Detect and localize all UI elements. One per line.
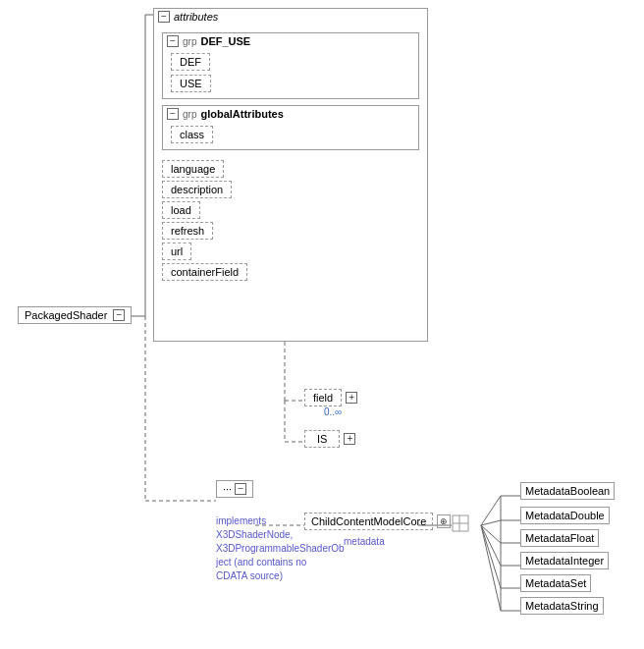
child-content-model-core-label: ChildContentModelCore — [311, 515, 426, 527]
metadata-set-node: MetadataSet + — [520, 577, 532, 589]
is-expand[interactable]: + — [344, 433, 355, 445]
svg-line-15 — [481, 525, 501, 543]
use-label: USE — [180, 78, 202, 89]
metadata-set-label: MetadataSet — [525, 577, 586, 589]
language-label: language — [171, 163, 215, 175]
class-label: class — [180, 129, 204, 140]
global-attributes-group: − grp globalAttributes class — [162, 105, 419, 150]
metadata-integer-label: MetadataInteger — [525, 555, 604, 567]
svg-line-19 — [481, 525, 501, 588]
defuse-header: − grp DEF_USE — [163, 33, 418, 49]
refresh-label: refresh — [171, 225, 204, 237]
language-node: language — [162, 160, 224, 178]
field-cardinality: 0..∞ — [324, 406, 342, 417]
refresh-node: refresh — [162, 222, 213, 240]
attributes-collapse[interactable]: − — [158, 11, 170, 23]
use-node: USE — [171, 75, 211, 92]
field-node: field + — [304, 389, 357, 406]
defuse-group: − grp DEF_USE DEF USE — [162, 32, 419, 99]
metadata-string-node: MetadataString + — [520, 600, 532, 612]
join-symbol — [452, 514, 469, 532]
defuse-collapse[interactable]: − — [167, 35, 179, 47]
globalattr-name: globalAttributes — [200, 108, 283, 120]
globalattr-collapse[interactable]: − — [167, 108, 179, 120]
defuse-grp-label: grp — [183, 36, 196, 47]
load-node: load — [162, 201, 200, 219]
defuse-name: DEF_USE — [200, 35, 250, 47]
description-node: description — [162, 181, 232, 198]
metadata-boolean-node: MetadataBoolean + — [520, 485, 532, 497]
packaged-shader-label: PackagedShader — [25, 309, 107, 321]
load-label: load — [171, 204, 191, 216]
field-expand[interactable]: + — [346, 392, 357, 404]
ellipsis-collapse[interactable]: − — [235, 483, 246, 495]
metadata-float-label: MetadataFloat — [525, 532, 594, 544]
packaged-shader-node: PackagedShader − — [18, 306, 132, 324]
svg-line-17 — [481, 525, 501, 566]
is-node: IS + — [304, 430, 355, 448]
def-label: DEF — [180, 56, 201, 68]
globalattr-grp-label: grp — [183, 109, 196, 120]
url-label: url — [171, 245, 183, 257]
metadata-boolean-label: MetadataBoolean — [525, 485, 610, 497]
attributes-container: − attributes − grp DEF_USE DEF USE — [153, 8, 428, 342]
svg-line-21 — [481, 525, 501, 611]
attributes-header: − attributes — [154, 9, 427, 25]
is-label: IS — [317, 433, 327, 445]
ccmc-join-icon: ⊕ — [437, 514, 451, 528]
svg-line-13 — [481, 520, 501, 525]
ellipsis-label: ··· — [223, 483, 232, 495]
containerfield-label: containerField — [171, 266, 239, 278]
svg-line-11 — [481, 496, 501, 525]
class-node: class — [171, 126, 213, 143]
url-node: url — [162, 243, 191, 260]
packaged-shader-collapse[interactable]: − — [113, 309, 125, 321]
containerfield-node: containerField — [162, 263, 247, 281]
def-node: DEF — [171, 53, 210, 71]
metadata-integer-node: MetadataInteger + — [520, 555, 532, 567]
child-content-model-core-node: ChildContentModelCore ⊕ — [304, 513, 451, 530]
metadata-label: metadata — [344, 535, 385, 547]
metadata-double-node: MetadataDouble + — [520, 510, 532, 521]
attributes-title: attributes — [174, 11, 218, 23]
ellipsis-box: ··· − — [216, 480, 253, 498]
globalattr-header: − grp globalAttributes — [163, 106, 418, 122]
metadata-float-node: MetadataFloat + — [520, 532, 532, 544]
description-label: description — [171, 184, 223, 195]
metadata-string-label: MetadataString — [525, 600, 599, 612]
metadata-double-label: MetadataDouble — [525, 510, 605, 521]
field-label: field — [313, 392, 333, 404]
